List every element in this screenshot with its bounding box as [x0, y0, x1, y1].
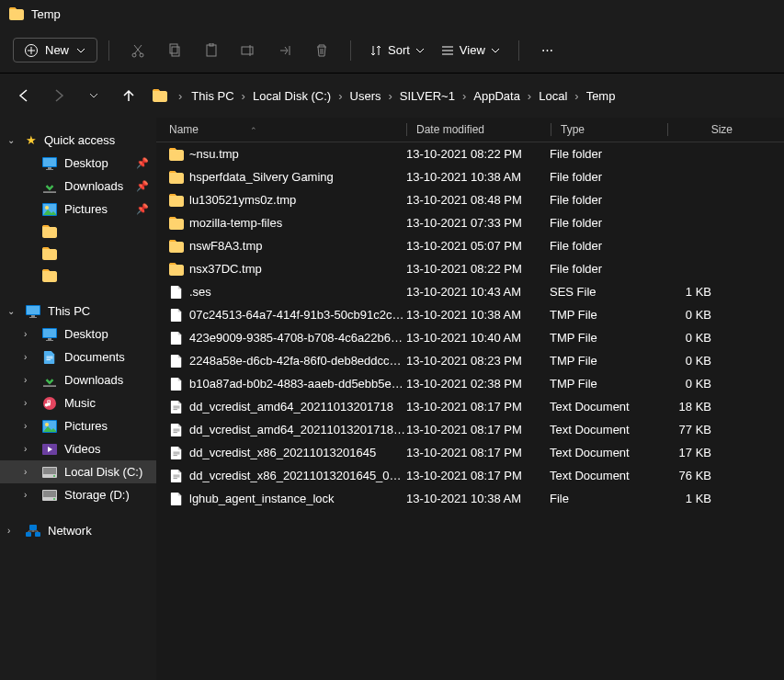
file-size: 1 KB	[665, 285, 711, 299]
file-type: File folder	[550, 239, 665, 253]
file-row[interactable]: lghub_agent_instance_lock13-10-2021 10:3…	[156, 487, 784, 510]
file-size: 17 KB	[665, 446, 711, 459]
desktop-icon	[42, 328, 57, 341]
file-row[interactable]: mozilla-temp-files13-10-2021 07:33 PMFil…	[156, 211, 784, 234]
chevron-right-icon[interactable]: ›	[335, 89, 346, 103]
view-button[interactable]: View	[434, 40, 507, 61]
sidebar-item[interactable]: Downloads📌	[0, 175, 156, 198]
file-date: 13-10-2021 08:23 PM	[406, 354, 550, 368]
chevron-right-icon[interactable]: ›	[24, 421, 35, 431]
paste-button[interactable]	[194, 36, 229, 65]
breadcrumb[interactable]: › This PC›Local Disk (C:)›Users›SILVER~1…	[153, 87, 771, 105]
file-row[interactable]: dd_vcredist_amd64_2021101320171813-10-20…	[156, 395, 784, 418]
separator	[518, 40, 519, 61]
file-date: 13-10-2021 08:17 PM	[406, 423, 550, 436]
sidebar-item[interactable]: ›Pictures	[0, 414, 156, 437]
forward-button[interactable]	[48, 85, 70, 107]
folder-icon	[169, 240, 189, 253]
sidebar-item[interactable]: ›Documents	[0, 346, 156, 368]
file-row[interactable]: dd_vcredist_x86_20211013201645_000_vcRun…	[156, 464, 784, 487]
file-row[interactable]: b10a87ad-b0b2-4883-aaeb-dd5ebb5e578.tmp1…	[156, 372, 784, 395]
sidebar-item[interactable]	[0, 265, 156, 287]
sidebar-item[interactable]: Pictures📌	[0, 198, 156, 221]
breadcrumb-segment[interactable]: Users	[347, 87, 385, 105]
sidebar-network[interactable]: › Network	[0, 519, 156, 542]
recent-dropdown[interactable]	[83, 85, 105, 107]
chevron-right-icon[interactable]: ›	[524, 89, 535, 103]
share-button[interactable]	[267, 36, 302, 65]
chevron-right-icon[interactable]: ›	[24, 444, 35, 454]
chevron-right-icon[interactable]: ›	[24, 490, 35, 500]
more-button[interactable]: ⋯	[530, 36, 565, 65]
file-name: nswF8A3.tmp	[189, 239, 406, 253]
file-name: 2248a58e-d6cb-42fa-86f0-deb8eddccad5.tmp	[189, 354, 406, 368]
breadcrumb-segment[interactable]: This PC	[187, 87, 237, 105]
chevron-down-icon[interactable]: ⌄	[7, 306, 18, 316]
sidebar-item[interactable]: ›Storage (D:)	[0, 483, 156, 506]
file-row[interactable]: lu130521yms0z.tmp13-10-2021 08:48 PMFile…	[156, 188, 784, 211]
breadcrumb-segment[interactable]: SILVER~1	[396, 87, 459, 105]
sidebar-item[interactable]: ›Desktop	[0, 323, 156, 346]
breadcrumb-segment[interactable]: Local Disk (C:)	[249, 87, 335, 105]
folder-icon	[169, 263, 189, 276]
chevron-down-icon[interactable]: ⌄	[7, 135, 18, 145]
text-icon	[169, 424, 189, 436]
chevron-right-icon[interactable]: ›	[459, 89, 470, 103]
file-row[interactable]: nsx37DC.tmp13-10-2021 08:22 PMFile folde…	[156, 257, 784, 280]
window-title: Temp	[31, 7, 61, 21]
file-row[interactable]: ~nsu.tmp13-10-2021 08:22 PMFile folder	[156, 142, 784, 165]
file-type: TMP File	[550, 377, 665, 391]
breadcrumb-segment[interactable]: AppData	[470, 87, 524, 105]
sidebar-item[interactable]: ›Videos	[0, 437, 156, 460]
sidebar-item[interactable]	[0, 243, 156, 265]
file-row[interactable]: 423e9009-9385-4708-b708-4c6a22b6cf67.tmp…	[156, 326, 784, 349]
file-date: 13-10-2021 08:48 PM	[406, 193, 550, 207]
file-row[interactable]: dd_vcredist_x86_2021101320164513-10-2021…	[156, 441, 784, 464]
sidebar-item[interactable]	[0, 221, 156, 243]
file-row[interactable]: hsperfdata_Silvery Gaming13-10-2021 10:3…	[156, 165, 784, 188]
column-size[interactable]: Size	[677, 123, 733, 136]
file-row[interactable]: 2248a58e-d6cb-42fa-86f0-deb8eddccad5.tmp…	[156, 349, 784, 372]
svg-rect-20	[172, 47, 179, 56]
breadcrumb-segment[interactable]: Local	[535, 87, 571, 105]
chevron-right-icon[interactable]: ›	[24, 398, 35, 408]
svg-rect-19	[170, 44, 177, 53]
chevron-right-icon[interactable]: ›	[24, 329, 35, 339]
delete-button[interactable]	[304, 36, 339, 65]
sort-button[interactable]: Sort	[362, 40, 432, 61]
column-date[interactable]: Date modified	[416, 123, 551, 136]
copy-button[interactable]	[157, 36, 192, 65]
chevron-right-icon[interactable]: ›	[7, 526, 18, 536]
back-button[interactable]	[13, 85, 35, 107]
up-button[interactable]	[118, 85, 140, 107]
sidebar-item-label: Downloads	[64, 179, 129, 193]
file-type: Text Document	[550, 423, 665, 436]
cut-button[interactable]	[120, 36, 155, 65]
chevron-right-icon[interactable]: ›	[175, 89, 186, 103]
column-type[interactable]: Type	[561, 123, 667, 136]
chevron-right-icon[interactable]: ›	[24, 375, 35, 385]
sidebar-item[interactable]: ›Downloads	[0, 368, 156, 391]
file-type: File folder	[550, 170, 665, 184]
sidebar-item[interactable]: Desktop📌	[0, 152, 156, 175]
chevron-right-icon[interactable]: ›	[238, 89, 249, 103]
sidebar-quick-access[interactable]: ⌄ ★ Quick access	[0, 129, 156, 152]
chevron-right-icon[interactable]: ›	[24, 352, 35, 362]
sidebar-item[interactable]: ›Music	[0, 391, 156, 414]
folder-icon	[42, 269, 57, 282]
breadcrumb-segment[interactable]: Temp	[583, 87, 619, 105]
svg-rect-23	[242, 47, 253, 54]
chevron-right-icon[interactable]: ›	[571, 89, 582, 103]
file-row[interactable]: dd_vcredist_amd64_20211013201718_000_vcR…	[156, 418, 784, 441]
chevron-right-icon[interactable]: ›	[384, 89, 395, 103]
sidebar-this-pc[interactable]: ⌄ This PC	[0, 300, 156, 323]
sidebar-item[interactable]: ›Local Disk (C:)	[0, 460, 156, 483]
file-row[interactable]: .ses13-10-2021 10:43 AMSES File1 KB	[156, 280, 784, 303]
column-name[interactable]: Name⌃	[169, 123, 406, 136]
sidebar-label: Quick access	[44, 133, 149, 147]
rename-button[interactable]	[231, 36, 266, 65]
new-button[interactable]: New	[13, 38, 97, 62]
file-row[interactable]: nswF8A3.tmp13-10-2021 05:07 PMFile folde…	[156, 234, 784, 257]
file-row[interactable]: 07c24513-64a7-414f-91b3-50cb91c2c2f5.tmp…	[156, 303, 784, 326]
chevron-right-icon[interactable]: ›	[24, 467, 35, 477]
